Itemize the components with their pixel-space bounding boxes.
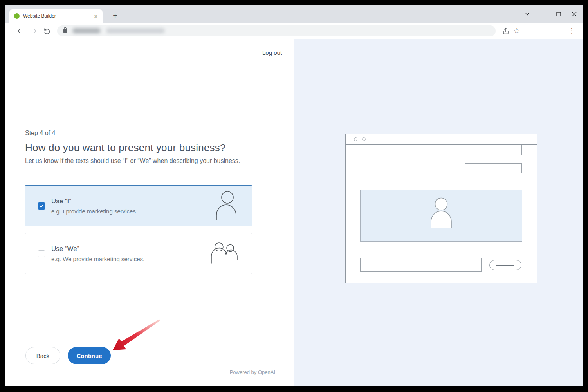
wireframe-hero-block — [360, 190, 522, 242]
new-tab-button[interactable]: + — [110, 10, 121, 21]
wireframe-dot-icon — [354, 137, 357, 141]
back-button[interactable]: Back — [25, 347, 60, 364]
chevron-down-icon[interactable] — [525, 11, 530, 17]
option-example: e.g. We provide marketing services. — [51, 256, 144, 262]
page-title: How do you want to present your business… — [25, 142, 226, 154]
lock-icon — [63, 27, 68, 34]
wireframe-input-block — [360, 258, 482, 272]
address-bar[interactable] — [57, 25, 496, 36]
favicon-icon — [14, 13, 20, 19]
maximize-icon[interactable] — [556, 11, 561, 17]
wireframe-titlebar — [346, 134, 537, 145]
preview-panel — [294, 39, 583, 386]
back-nav-icon[interactable] — [15, 25, 26, 36]
wireframe-content-block — [361, 145, 458, 173]
tab-strip: Website Builder × + — [5, 5, 583, 23]
redacted-url-path — [106, 28, 165, 33]
page-subtitle: Let us know if the texts should use “I” … — [25, 157, 240, 164]
menu-dots-icon[interactable]: ⋮ — [566, 25, 577, 36]
browser-tab[interactable]: Website Builder × — [9, 9, 103, 23]
wireframe-side-block — [465, 163, 522, 173]
redacted-url-domain — [72, 28, 101, 33]
wireframe-button-pill — [489, 260, 521, 270]
tab-title: Website Builder — [23, 13, 92, 19]
share-icon[interactable] — [500, 25, 511, 36]
logout-link[interactable]: Log out — [262, 49, 282, 56]
window-controls — [525, 5, 577, 23]
option-card-use-i[interactable]: Use “I” e.g. I provide marketing service… — [25, 185, 252, 226]
close-window-icon[interactable] — [572, 11, 577, 17]
wireframe-side-block — [465, 145, 522, 155]
browser-toolbar: ☆ ⋮ — [5, 23, 583, 39]
option-title: Use “We” — [51, 245, 144, 253]
forward-nav-icon[interactable] — [28, 25, 39, 36]
browser-window: Website Builder × + — [5, 5, 583, 386]
continue-button[interactable]: Continue — [68, 347, 111, 364]
page-content: Log out Step 4 of 4 How do you want to p… — [5, 39, 583, 386]
bookmark-star-icon[interactable]: ☆ — [511, 25, 522, 36]
option-card-use-we[interactable]: Use “We” e.g. We provide marketing servi… — [25, 233, 252, 274]
hero-person-icon — [429, 197, 453, 237]
reload-icon[interactable] — [41, 25, 52, 36]
toolbar-spacer — [522, 31, 566, 31]
single-person-icon — [215, 191, 238, 221]
website-wireframe — [345, 134, 537, 283]
option-title: Use “I” — [51, 197, 137, 205]
option-text: Use “I” e.g. I provide marketing service… — [51, 197, 137, 215]
option-example: e.g. I provide marketing services. — [51, 208, 137, 215]
checkbox-use-i[interactable] — [38, 202, 45, 210]
powered-by-note: Powered by OpenAI — [230, 369, 275, 375]
wizard-panel: Log out Step 4 of 4 How do you want to p… — [5, 39, 294, 386]
checkbox-use-we[interactable] — [38, 250, 45, 257]
wireframe-button-line — [496, 265, 514, 266]
step-indicator: Step 4 of 4 — [25, 130, 55, 137]
wireframe-dot-icon — [362, 137, 366, 141]
minimize-icon[interactable] — [540, 11, 546, 17]
wireframe-body — [346, 145, 537, 283]
two-people-icon — [211, 242, 238, 265]
annotation-arrow-icon — [110, 319, 162, 355]
option-text: Use “We” e.g. We provide marketing servi… — [51, 245, 144, 262]
tab-close-icon[interactable]: × — [92, 13, 99, 20]
